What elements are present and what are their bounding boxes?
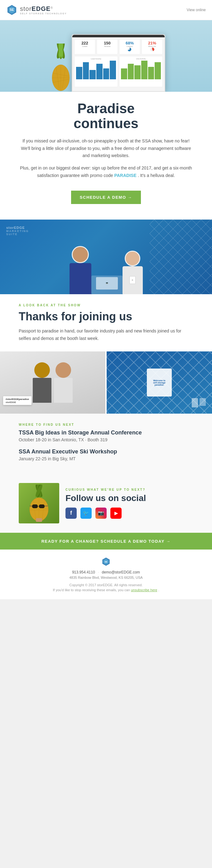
social-icons-row: f 🐦 📷 ▶ bbox=[65, 507, 193, 519]
email-container: SE storEDGE® SELF STORAGE TECHNOLOGY Vie… bbox=[0, 0, 212, 599]
facebook-icon[interactable]: f bbox=[65, 507, 77, 519]
svg-rect-34 bbox=[39, 504, 45, 508]
thanks-section-label: A LOOK BACK AT THE SHOW bbox=[19, 304, 193, 307]
svg-text:SE: SE bbox=[105, 561, 108, 563]
svg-rect-38 bbox=[36, 518, 42, 522]
storedge-logo-icon: SE bbox=[6, 4, 18, 16]
booth-table: 💻 bbox=[91, 276, 123, 294]
thanks-title: Thanks for joining us bbox=[19, 310, 193, 323]
paradise-body1: If you missed our all-inclusive, oh-so p… bbox=[19, 137, 193, 159]
booth-items bbox=[192, 398, 206, 407]
registered-mark: ® bbox=[51, 6, 53, 9]
thanks-body: Passport to paradise in hand, our favori… bbox=[19, 328, 193, 342]
logo-stor: stor bbox=[20, 5, 31, 12]
laptop-mock: 222 Leads 150 Tenants 68% Leases bbox=[72, 34, 165, 92]
footer: SE 913.954.4110 · demo@storEDGE.com 4835… bbox=[0, 550, 212, 599]
person-right: ID bbox=[123, 251, 143, 294]
event-1-title: TSSA Big Ideas in Storage Annual Confere… bbox=[19, 430, 193, 436]
find-us-section: WHERE TO FIND US NEXT TSSA Big Ideas in … bbox=[0, 414, 212, 477]
paradise-body2: Plus, get in on our biggest deal ever: s… bbox=[19, 164, 193, 180]
find-us-label: WHERE TO FIND US NEXT bbox=[19, 423, 193, 426]
social-title: Follow us on social bbox=[65, 493, 193, 503]
selfie-people bbox=[33, 362, 73, 403]
unsubscribe-link[interactable]: unsubscribe here bbox=[131, 588, 157, 592]
logo-tagline: SELF STORAGE TECHNOLOGY bbox=[20, 12, 67, 14]
event-2-title: SSA Annual Executive Ski Workshop bbox=[19, 448, 193, 455]
person-left bbox=[70, 246, 91, 294]
booth-bucket: Welcome toself-storageparadise. bbox=[147, 369, 172, 397]
booth-people-area: 💻 ID bbox=[0, 220, 212, 294]
logo-text: storEDGE® SELF STORAGE TECHNOLOGY bbox=[20, 6, 67, 14]
youtube-icon[interactable]: ▶ bbox=[110, 507, 122, 519]
instagram-icon[interactable]: 📷 bbox=[96, 507, 107, 519]
logo-area: SE storEDGE® SELF STORAGE TECHNOLOGY bbox=[6, 4, 67, 16]
cta-banner-text: READY FOR A CHANGE? SCHEDULE A DEMO TODA… bbox=[42, 539, 171, 544]
event-2-details: January 22-25 in Big Sky, MT bbox=[19, 456, 193, 461]
promo-code-link[interactable]: PARADISE bbox=[114, 173, 136, 178]
svg-rect-33 bbox=[32, 504, 38, 508]
cta-banner[interactable]: READY FOR A CHANGE? SCHEDULE A DEMO TODA… bbox=[0, 533, 212, 550]
booth-photo: storEDGE MARKETINGSUITE 💻 ID bbox=[0, 220, 212, 294]
footer-logo: SE bbox=[6, 557, 206, 566]
event-1-details: October 18-20 in San Antonio, TX · Booth… bbox=[19, 437, 193, 442]
twitter-icon[interactable]: 🐦 bbox=[80, 507, 92, 519]
footer-logo-icon: SE bbox=[101, 557, 111, 566]
social-right-area: CURIOUS WHAT WE'RE UP TO NEXT? Follow us… bbox=[65, 488, 193, 519]
footer-contact: 913.954.4110 · demo@storEDGE.com bbox=[6, 570, 206, 575]
paradise-section: Paradise continues If you missed our all… bbox=[0, 92, 212, 220]
logo-edge: EDGE bbox=[31, 5, 51, 12]
photos-grid: #storEDGEparadise storEDGE bbox=[0, 351, 212, 414]
footer-copyright: Copyright © 2017 storEDGE. All rights re… bbox=[6, 583, 206, 587]
pineapple-sunglasses-svg bbox=[20, 485, 58, 522]
paradise-title: Paradise continues bbox=[19, 101, 193, 131]
social-pineapple-image bbox=[19, 483, 59, 523]
social-curious-label: CURIOUS WHAT WE'RE UP TO NEXT? bbox=[65, 488, 193, 491]
pineapple-icon bbox=[47, 43, 75, 92]
schedule-demo-button[interactable]: SCHEDULE A DEMO → bbox=[71, 191, 141, 204]
photo-booth: Welcome toself-storageparadise. bbox=[107, 351, 212, 414]
view-online-link[interactable]: View online bbox=[187, 8, 206, 12]
social-section: CURIOUS WHAT WE'RE UP TO NEXT? Follow us… bbox=[0, 477, 212, 533]
email-header: SE storEDGE® SELF STORAGE TECHNOLOGY Vie… bbox=[0, 0, 212, 20]
thanks-section: A LOOK BACK AT THE SHOW Thanks for joini… bbox=[0, 294, 212, 352]
photo-selfie: #storEDGEparadise storEDGE bbox=[0, 351, 105, 414]
footer-unsubscribe: If you'd like to stop receiving these em… bbox=[6, 588, 206, 592]
svg-text:SE: SE bbox=[10, 8, 14, 11]
hero-section: 222 Leads 150 Tenants 68% Leases bbox=[0, 20, 212, 92]
hashtag-sign: #storEDGEparadise storEDGE bbox=[3, 396, 31, 405]
footer-address: 4835 Rainbow Blvd, Westwood, KS 66205, U… bbox=[6, 576, 206, 579]
